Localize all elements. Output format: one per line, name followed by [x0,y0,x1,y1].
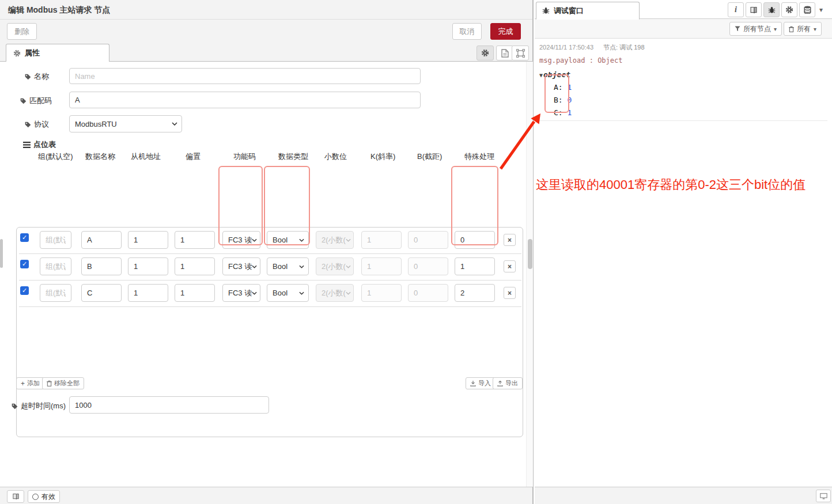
group-input[interactable] [40,284,71,302]
export-icon [497,381,503,386]
node-description-button[interactable] [496,46,513,60]
debug-entry: C: 1 [554,108,823,117]
slave-address-input[interactable] [128,284,168,302]
special-handling-input[interactable] [455,257,495,275]
tab-properties[interactable]: 属性 [6,44,109,62]
remove-row-button[interactable]: × [504,234,516,246]
node-help-button[interactable] [7,490,24,503]
clear-messages-button[interactable]: 所有 ▾ [784,22,822,36]
debug-message[interactable]: 2024/11/1 17:50:43 节点: 调试 198 msg.payloa… [535,39,827,121]
remove-row-button[interactable]: × [504,287,516,299]
edit-panel-footer: 有效 [0,487,532,504]
properties-form: 名称 匹配码 协议 ModbusRTU 点位表 组(默认空) 数据名称 从机地址… [0,62,526,487]
caret-icon: ▼ [539,72,543,78]
chevron-down-icon [172,122,177,126]
point-table-title: 点位表 [23,139,56,150]
tag-icon [25,122,31,128]
debug-toolbar: 所有节点 ▾ 所有 ▾ [535,19,832,39]
sidebar-menu-caret[interactable]: ▾ [819,6,823,14]
scrollbar-thumb[interactable] [528,239,532,269]
export-button[interactable]: 导出 [493,377,523,389]
edit-panel-scrollbar[interactable] [526,62,533,487]
db-icon [804,6,811,14]
timeout-input[interactable] [69,396,269,414]
info-tab-button[interactable]: i [728,2,744,17]
trash-icon [789,26,794,32]
delete-button[interactable]: 删除 [7,23,37,40]
node-enabled-toggle[interactable]: 有效 [28,490,60,503]
chevron-down-icon [299,291,304,295]
node-appearance-button[interactable] [512,46,529,60]
list-icon [23,142,31,148]
open-debug-window-button[interactable] [816,490,831,502]
function-code-select[interactable]: FC3 读 [222,284,260,302]
cancel-button[interactable]: 取消 [452,23,482,40]
row-divider [19,280,521,281]
data-type-select[interactable]: Bool [267,231,309,249]
book-icon [12,493,20,500]
slave-address-input[interactable] [128,257,168,275]
caret-icon: ▾ [774,26,777,32]
sidebar-tab-bar: 调试窗口 i ▾ [535,0,832,19]
bug-icon [768,6,776,14]
debug-tab-button[interactable] [763,2,780,17]
tag-icon [12,403,18,410]
function-code-select[interactable]: FC3 读 [222,257,260,275]
debug-node-name: 节点: 调试 198 [603,44,645,51]
remove-all-button[interactable]: 移除全部 [42,377,84,389]
b-intercept-input [408,257,448,275]
row-checkbox[interactable]: ✓ [20,260,29,268]
gear-icon [481,49,489,57]
chevron-down-icon [346,265,351,268]
node-edit-tray: 编辑 Modbus 主站请求 节点 删除 取消 完成 属性 [0,0,534,504]
data-name-input[interactable] [81,284,122,302]
data-type-select[interactable]: Bool [267,257,309,275]
debug-entry: A: 1 [554,83,823,92]
group-input[interactable] [40,231,71,249]
remove-row-button[interactable]: × [504,260,516,272]
match-code-input[interactable] [69,92,421,108]
data-name-input[interactable] [81,257,122,275]
debug-object-toggle[interactable]: ▼object [539,70,823,79]
k-slope-input [361,231,402,249]
doc-icon [501,49,509,58]
match-code-field-label: 匹配码 [20,96,52,106]
window-scrollbar-thumb[interactable] [0,239,3,268]
special-handling-input[interactable] [455,284,495,302]
debug-message-property: msg.payload : Object [539,56,823,65]
dialog-header: 编辑 Modbus 主站请求 节点 [0,0,532,20]
done-button[interactable]: 完成 [490,23,521,40]
data-name-input[interactable] [81,231,122,249]
b-intercept-input [408,231,448,249]
row-checkbox[interactable]: ✓ [20,233,29,242]
import-button[interactable]: 导入 [466,377,496,389]
monitor-icon [820,493,827,499]
tab-debug-window[interactable]: 调试窗口 [536,2,640,20]
info-icon: i [735,5,737,14]
caret-icon: ▾ [814,26,816,32]
offset-input[interactable] [175,257,215,275]
data-type-select[interactable]: Bool [267,284,309,302]
config-tab-button[interactable] [781,2,797,17]
context-tab-button[interactable] [799,2,815,17]
circle-icon [32,494,39,500]
node-settings-button[interactable] [476,46,494,60]
add-row-button[interactable]: + 添加 [16,377,44,389]
slave-address-input[interactable] [128,231,168,249]
row-divider [19,306,521,307]
row-checkbox[interactable]: ✓ [20,286,29,295]
gear-icon [13,50,21,57]
offset-input[interactable] [175,231,215,249]
help-tab-button[interactable] [746,2,762,17]
function-code-select[interactable]: FC3 读 [222,231,260,249]
trash-icon [47,380,52,386]
chevron-down-icon [346,238,351,242]
name-input[interactable] [69,68,421,84]
special-handling-input[interactable] [455,231,495,249]
offset-input[interactable] [175,284,215,302]
protocol-select[interactable]: ModbusRTU [69,115,182,132]
filter-nodes-button[interactable]: 所有节点 ▾ [729,22,782,36]
dialog-title: 编辑 Modbus 主站请求 节点 [8,5,110,16]
bug-icon [542,7,550,14]
group-input[interactable] [40,257,71,275]
